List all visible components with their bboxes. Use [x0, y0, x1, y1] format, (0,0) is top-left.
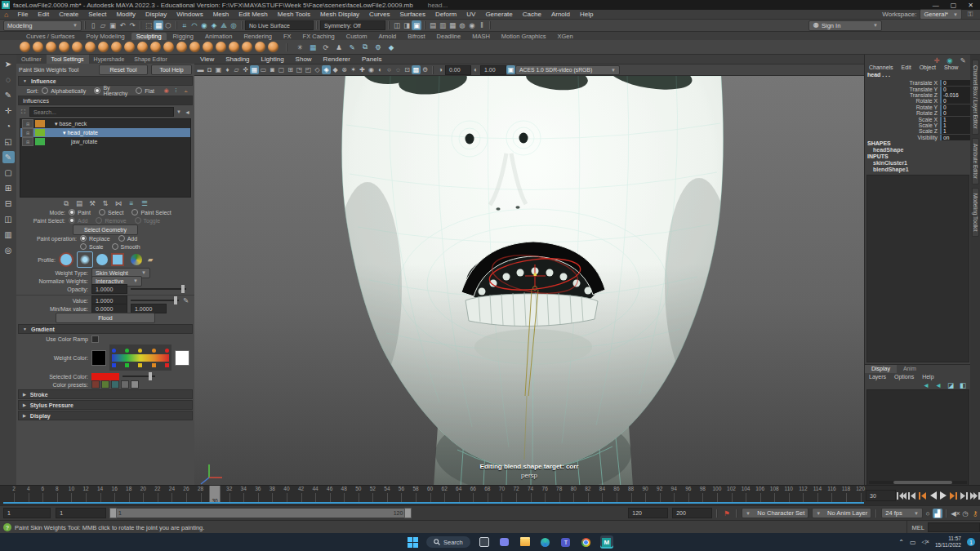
- menu-arnold[interactable]: Arnold: [546, 11, 575, 18]
- playback-start-field[interactable]: 1: [56, 508, 106, 518]
- shelf-pinch-icon[interactable]: [72, 42, 82, 52]
- influence-search-input[interactable]: Search...: [29, 107, 174, 117]
- brush-soft-icon[interactable]: [77, 251, 93, 268]
- layers-shelf-icon[interactable]: ⧉: [360, 42, 370, 52]
- influence-color-swatch[interactable]: [35, 120, 45, 127]
- edge-icon[interactable]: [539, 535, 552, 549]
- field-chart-icon[interactable]: ⊞: [286, 65, 295, 74]
- viewport-renderer-icon[interactable]: ▩: [412, 65, 421, 74]
- show-influenced-icon[interactable]: ⋈: [114, 198, 123, 208]
- shelf-tab-bifrost[interactable]: Bifrost: [403, 33, 430, 40]
- sort-options-radio-by-hierarchy[interactable]: [94, 87, 100, 94]
- shelf-tab-rigging[interactable]: Rigging: [168, 33, 198, 40]
- shelf-tab-mash[interactable]: MASH: [467, 33, 495, 40]
- symmetry-field[interactable]: Symmetry: Off: [320, 20, 385, 30]
- taskbar-clock[interactable]: 11:5715/11/2022: [935, 535, 961, 549]
- paintop-row1-radio-replace[interactable]: [80, 235, 87, 242]
- color-space-dropdown[interactable]: ACES 1.0 SDR-video (sRGB)▼: [515, 65, 620, 75]
- shelf-spray-icon[interactable]: [111, 42, 122, 52]
- influence-pin-icon[interactable]: ⊞: [22, 137, 33, 146]
- workspace-lock-icon[interactable]: ⚿: [965, 10, 975, 20]
- input-connections-icon[interactable]: ◫: [392, 20, 402, 30]
- mannequin-icon[interactable]: ♟: [334, 42, 344, 52]
- shelf-scrape-icon[interactable]: [163, 42, 174, 52]
- paint-skin-weights-tool-icon[interactable]: ✎: [2, 151, 15, 163]
- shelf-tab-xgen[interactable]: XGen: [552, 33, 577, 40]
- menu-surfaces[interactable]: Surfaces: [394, 11, 430, 18]
- layout-four-pane-icon[interactable]: ⊞: [2, 182, 15, 194]
- go-to-start-button[interactable]: [897, 491, 906, 500]
- gear-sphere-icon[interactable]: ⚙: [373, 42, 383, 52]
- menu-uv[interactable]: UV: [461, 11, 480, 18]
- maya-taskbar-icon[interactable]: M: [600, 535, 613, 549]
- scale-tool-icon[interactable]: ◱: [2, 136, 15, 148]
- channel-box-menu-channels[interactable]: Channels: [865, 64, 898, 70]
- playback-options-icon[interactable]: ○: [923, 509, 933, 518]
- pause-viewport-icon[interactable]: ‖: [477, 20, 487, 30]
- menu-modify[interactable]: Modify: [111, 11, 140, 18]
- move-tool-icon[interactable]: ✛: [2, 104, 15, 117]
- occlusion-icon[interactable]: ○: [385, 65, 394, 74]
- display-section-header[interactable]: ▶Display: [18, 411, 193, 420]
- influence-color-swatch[interactable]: [35, 129, 45, 136]
- paste-weights-icon[interactable]: ▤: [74, 198, 84, 208]
- step-back-frame-button[interactable]: [907, 491, 917, 500]
- playback-end-field[interactable]: 120: [628, 508, 668, 518]
- viewport-menu-show[interactable]: Show: [290, 56, 318, 63]
- side-tab-channel-box-layer-editor[interactable]: Channel Box / Layer Editor: [972, 60, 979, 135]
- invert-list-icon[interactable]: ☰: [140, 198, 149, 208]
- step-forward-key-button[interactable]: [949, 491, 959, 500]
- shelf-objects-icon[interactable]: [268, 42, 278, 52]
- channel-value-field[interactable]: 0: [940, 98, 971, 104]
- input-node-blendshape1[interactable]: blendShape1: [865, 167, 971, 173]
- color-preset-1[interactable]: [91, 380, 100, 389]
- save-scene-icon[interactable]: ▣: [108, 20, 118, 30]
- shelf-wax-icon[interactable]: [150, 42, 161, 52]
- viewport-menu-lighting[interactable]: Lighting: [256, 56, 290, 63]
- opacity-slider[interactable]: [131, 288, 186, 290]
- color-preset-5[interactable]: [131, 380, 139, 389]
- menu-mesh-display[interactable]: Mesh Display: [315, 11, 364, 18]
- shelf-knife-icon[interactable]: [189, 42, 200, 52]
- snap-curve-icon[interactable]: ◠: [189, 20, 199, 30]
- sort-options-radio-flat[interactable]: [136, 87, 142, 94]
- color-preset-4[interactable]: [121, 380, 129, 389]
- step-forward-frame-button[interactable]: [960, 491, 969, 500]
- shelf-smooth-icon[interactable]: [33, 42, 43, 52]
- current-frame-field[interactable]: 30: [866, 490, 896, 501]
- shelf-tab-rendering[interactable]: Rendering: [238, 33, 277, 40]
- menu-set-dropdown[interactable]: Modeling▼: [3, 20, 82, 31]
- layer-editor-menu-layers[interactable]: Layers: [865, 374, 890, 380]
- select-object-icon[interactable]: ▦: [154, 20, 163, 30]
- channel-value-field[interactable]: 0: [940, 80, 971, 86]
- shelf-tab-sculpting[interactable]: Sculpting: [131, 33, 167, 40]
- minimize-button[interactable]: —: [933, 2, 939, 9]
- construction-history-icon[interactable]: ▣: [412, 20, 421, 30]
- shelf-tab-motion-graphics[interactable]: Motion Graphics: [497, 33, 551, 40]
- menu-deform[interactable]: Deform: [430, 11, 461, 18]
- menu-file[interactable]: File: [12, 11, 33, 18]
- snap-view-plane-icon[interactable]: ⟁: [219, 20, 229, 30]
- taskbar-search[interactable]: Search: [426, 536, 470, 548]
- viewport-menu-view[interactable]: View: [194, 56, 220, 63]
- menu-create[interactable]: Create: [54, 11, 83, 18]
- gpu-override-icon[interactable]: ⚙: [421, 65, 430, 74]
- set-key-icon[interactable]: ⚑: [722, 509, 732, 518]
- menu-curves[interactable]: Curves: [364, 11, 394, 18]
- range-end-handle[interactable]: [404, 508, 412, 518]
- shelf-imprint-icon[interactable]: [137, 42, 148, 52]
- channel-box-menu-edit[interactable]: Edit: [898, 64, 915, 70]
- tool-help-button[interactable]: Tool Help: [151, 64, 192, 75]
- plugin-shading-icon[interactable]: ⊡: [403, 65, 412, 74]
- channel-value-field[interactable]: 1: [940, 128, 971, 134]
- menu-edit[interactable]: Edit: [33, 11, 54, 18]
- ipr-render-icon[interactable]: ▦: [448, 20, 457, 30]
- shape-node-headshape[interactable]: headShape: [865, 147, 971, 153]
- select-geometry-button[interactable]: Select Geometry: [73, 224, 138, 235]
- shelf-tab-curves-surfaces[interactable]: Curves / Surfaces: [21, 33, 80, 40]
- layout-two-side-icon[interactable]: ◫: [2, 213, 15, 225]
- viewport-menu-panels[interactable]: Panels: [356, 56, 387, 63]
- channel-box-menu-show[interactable]: Show: [940, 64, 963, 70]
- paint-mode-icon[interactable]: ◉: [163, 87, 170, 95]
- viewport-menu-shading[interactable]: Shading: [220, 56, 255, 63]
